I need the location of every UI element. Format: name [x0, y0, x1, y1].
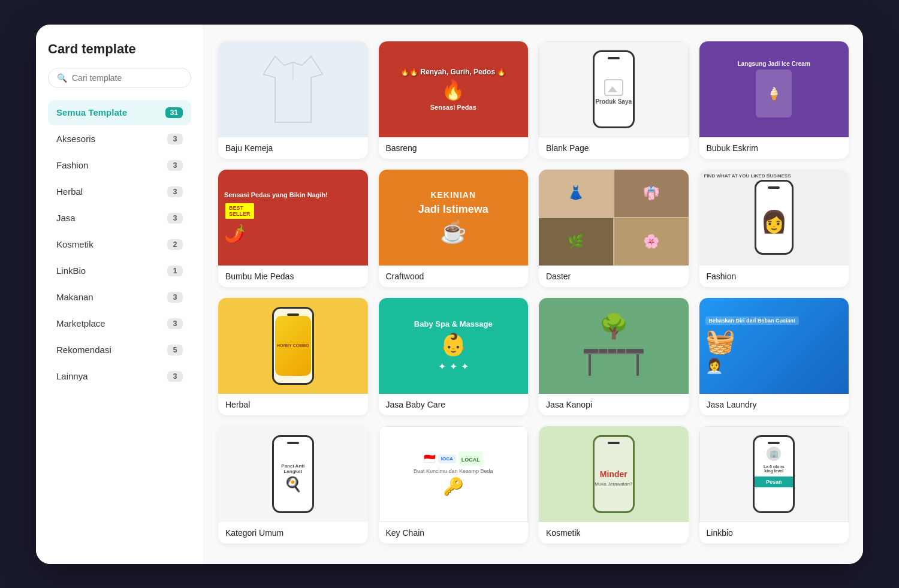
card-herbal[interactable]: HONEY COMBO Herbal [218, 298, 368, 415]
card-image-craftwood: KEKINIAN Jadi Istimewa ☕ [379, 170, 529, 266]
card-kosmetik[interactable]: Minder Muka Jerawatan? Kosmetik [539, 426, 689, 544]
keychain-desc: Buat Kuncimu dan Keasmp Beda [414, 468, 493, 474]
sidebar-item-badge: 31 [165, 107, 183, 118]
sidebar-title: Card template [48, 41, 191, 57]
sidebar-item-badge: 3 [167, 292, 183, 303]
sidebar-item-label: Rekomendasi [56, 345, 111, 355]
sidebar-item-label: Semua Template [56, 107, 127, 117]
card-image-laundry: Bebaskan Diri dari Beban Cucian! 🧺 👩‍💼 [699, 298, 849, 394]
sidebar-item-badge: 1 [167, 266, 183, 276]
panci-content: Panci Anti Lengket 🍳 [274, 463, 312, 493]
card-jasa-kanopi[interactable]: 🌳 Jasa Kan [539, 298, 689, 415]
sidebar-item-label: Fashion [56, 160, 88, 170]
bebaskan-text: Bebaskan Diri dari Beban Cucian! [705, 316, 800, 325]
search-input[interactable] [72, 73, 182, 83]
local-logo: LOCAL [458, 451, 483, 466]
card-key-chain[interactable]: 🇮🇩 IOCA LOCAL Buat Kuncimu dan Keasmp Be… [379, 426, 529, 544]
sidebar-item-kosmetik[interactable]: Kosmetik 2 [48, 232, 191, 257]
dress-icon-1: 👗 [568, 185, 584, 201]
kanopi-svg [578, 343, 650, 379]
sidebar-item-badge: 3 [167, 371, 183, 382]
baby-spa-content: Baby Spa & Massage 👶 ✦ ✦ ✦ [379, 298, 529, 394]
avatar-circle: 🏢 [767, 447, 781, 461]
card-label: Jasa Kanopi [539, 394, 689, 415]
sidebar-item-jasa[interactable]: Jasa 3 [48, 206, 191, 231]
card-label: Key Chain [379, 522, 529, 544]
sidebar-item-rekomendasi[interactable]: Rekomendasi 5 [48, 337, 191, 363]
local-text: LOCAL [461, 457, 480, 463]
card-daster[interactable]: 👗 👘 🌿 🌸 Daster [539, 170, 689, 287]
card-jasa-laundry[interactable]: Bebaskan Diri dari Beban Cucian! 🧺 👩‍💼 J… [699, 298, 849, 415]
card-image-blank: Produk Saya [539, 41, 689, 137]
card-linkbio[interactable]: 🏢 La 6 olonsking level Pesan Linkbio [699, 426, 849, 544]
best-badge: BESTSELLER [224, 202, 255, 220]
panci-label: Panci Anti Lengket [274, 463, 312, 474]
sidebar-item-linkbio[interactable]: LinkBio 1 [48, 258, 191, 284]
card-basreng[interactable]: 🔥🔥 Renyah, Gurih, Pedos 🔥 🔥 Sensasi Peda… [379, 41, 529, 159]
sidebar-item-badge: 3 [167, 318, 183, 329]
sidebar-item-badge: 2 [167, 239, 183, 250]
sidebar-item-label: Aksesoris [56, 134, 95, 144]
search-icon: 🔍 [57, 73, 67, 83]
card-image-kategori: Panci Anti Lengket 🍳 [218, 426, 368, 522]
daster-img-4: 🌸 [614, 218, 689, 266]
card-fashion[interactable]: 👩 FIND WHAT AT YOU LIKED BUSINESS Fashio… [699, 170, 849, 287]
card-craftwood[interactable]: KEKINIAN Jadi Istimewa ☕ Craftwood [379, 170, 529, 287]
star-3: ✦ [461, 361, 469, 372]
star-1: ✦ [438, 361, 446, 372]
phone-mockup: Produk Saya [593, 50, 635, 128]
sidebar-item-marketplace[interactable]: Marketplace 3 [48, 311, 191, 336]
svg-rect-2 [584, 349, 644, 354]
search-box[interactable]: 🔍 [48, 68, 191, 88]
best-badge-row: BESTSELLER [224, 202, 255, 220]
card-bubuk-eskrim[interactable]: Langsung Jadi Ice Cream 🍦 Bubuk Eskrim [699, 41, 849, 159]
card-kategori-umum[interactable]: Panci Anti Lengket 🍳 Kategori Umum [218, 426, 368, 544]
card-jasa-baby[interactable]: Baby Spa & Massage 👶 ✦ ✦ ✦ Jasa Baby Car… [379, 298, 529, 415]
bubuk-pack: 🍦 [756, 70, 792, 117]
sidebar: Card template 🔍 Semua Template 31 Akseso… [36, 25, 204, 564]
linkbio-phone: 🏢 La 6 olonsking level Pesan [753, 435, 795, 513]
card-label: Linkbio [699, 522, 849, 544]
fashion-desc-text: FIND WHAT AT YOU LIKED BUSINESS [704, 173, 791, 179]
card-blank-page[interactable]: Produk Saya Blank Page [539, 41, 689, 159]
sidebar-item-label: Makanan [56, 292, 93, 302]
kosmetik-content: Minder Muka Jerawatan? [539, 426, 689, 522]
card-image-keychain: 🇮🇩 IOCA LOCAL Buat Kuncimu dan Keasmp Be… [379, 426, 529, 522]
linkbio-btn[interactable]: Pesan [753, 477, 795, 487]
jadi-istimewa: Jadi Istimewa [418, 203, 488, 216]
sidebar-item-label: Lainnya [56, 371, 88, 381]
honey-combo-box: HONEY COMBO [275, 316, 311, 376]
card-label: Daster [539, 266, 689, 287]
sidebar-item-semua[interactable]: Semua Template 31 [48, 100, 191, 125]
sidebar-item-herbal[interactable]: Herbal 3 [48, 179, 191, 204]
daster-img-3: 🌿 [539, 218, 613, 266]
daster-img-1: 👗 [539, 170, 613, 217]
linkbio-content: 🏢 La 6 olonsking level Pesan [755, 437, 793, 511]
image-placeholder-icon [604, 79, 623, 96]
logo-box: IOCA [438, 454, 456, 463]
sidebar-item-label: Marketplace [56, 318, 105, 328]
key-icon: 🔑 [443, 477, 464, 496]
card-label: Fashion [699, 266, 849, 287]
sidebar-item-fashion[interactable]: Fashion 3 [48, 153, 191, 178]
sidebar-item-lainnya[interactable]: Lainnya 3 [48, 364, 191, 389]
basreng-content: 🔥🔥 Renyah, Gurih, Pedos 🔥 🔥 Sensasi Peda… [400, 68, 506, 111]
linkbio-title-text: La 6 olonsking level [764, 465, 785, 473]
sidebar-item-label: Kosmetik [56, 239, 93, 249]
card-label: Jasa Laundry [699, 394, 849, 415]
produk-text: Produk Saya [595, 98, 632, 105]
ice-cream-icon: 🍦 [767, 86, 782, 101]
card-label: Blank Page [539, 137, 689, 159]
pot-icon: 🍳 [284, 476, 302, 493]
sidebar-item-makanan[interactable]: Makanan 3 [48, 285, 191, 310]
minder-content: Minder Muka Jerawatan? [595, 469, 632, 487]
sidebar-item-aksesoris[interactable]: Aksesoris 3 [48, 126, 191, 152]
card-label: Jasa Baby Care [379, 394, 529, 415]
daster-collage: 👗 👘 🌿 🌸 [539, 170, 689, 266]
card-bumbu-mie[interactable]: Sensasi Pedas yang Bikin Nagih! BESTSELL… [218, 170, 368, 287]
card-baju-kemeja[interactable]: Baju Kemeja [218, 41, 368, 159]
sidebar-item-badge: 3 [167, 160, 183, 171]
card-image-fashion: 👩 FIND WHAT AT YOU LIKED BUSINESS [699, 170, 849, 266]
card-label: Baju Kemeja [218, 137, 368, 159]
card-label: Bubuk Eskrim [699, 137, 849, 159]
